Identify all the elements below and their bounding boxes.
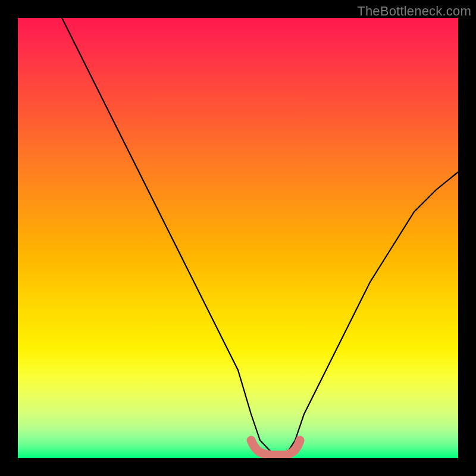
plot-area bbox=[18, 18, 458, 458]
watermark-text: TheBottleneck.com bbox=[357, 4, 471, 19]
chart-container: TheBottleneck.com bbox=[0, 0, 476, 476]
optimal-band bbox=[251, 440, 300, 455]
bottleneck-curve bbox=[62, 18, 458, 454]
chart-svg bbox=[18, 18, 458, 458]
